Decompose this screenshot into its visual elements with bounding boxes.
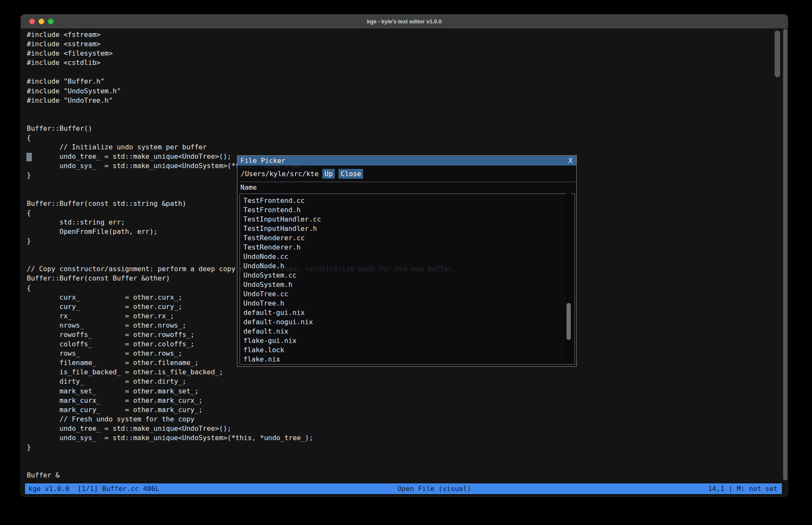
file-list[interactable]: TestFrontend.ccTestFrontend.hTestInputHa… — [240, 194, 575, 365]
path-row: /Users/kyle/src/kte Up Close — [237, 166, 576, 182]
name-column-header: Name — [240, 183, 257, 192]
up-button[interactable]: Up — [322, 169, 335, 179]
file-list-item[interactable]: TestRenderer.h — [240, 243, 575, 252]
file-list-item[interactable]: UndoSystem.cc — [240, 271, 575, 280]
close-traffic-light-icon[interactable] — [29, 19, 35, 24]
maximize-traffic-light-icon[interactable] — [48, 19, 54, 24]
status-cursor-mark: 14,1 | M: not set — [708, 483, 778, 494]
current-path: /Users/kyle/src/kte — [241, 170, 319, 178]
file-list-item[interactable]: UndoSystem.h — [240, 280, 575, 289]
file-list-item[interactable]: default.nix — [240, 327, 575, 336]
window-title: kge - kyle's text editor v1.0.0 — [21, 18, 788, 25]
file-list-item[interactable]: default-gui.nix — [240, 308, 575, 317]
editor-scrollbar-thumb[interactable] — [775, 31, 780, 77]
file-list-item[interactable]: TestFrontend.cc — [240, 196, 575, 205]
file-picker-title: File Picker — [240, 157, 285, 165]
status-file-info: kge v1.0.0 [1/1] Buffer.cc 486L — [28, 483, 159, 494]
desktop: kge - kyle's text editor v1.0.0 #include… — [0, 0, 812, 525]
file-picker-titlebar: File Picker X — [237, 156, 576, 166]
status-bar: kge v1.0.0 [1/1] Buffer.cc 486L Open Fil… — [25, 483, 782, 494]
file-list-item[interactable]: default-nogui.nix — [240, 317, 575, 327]
file-list-item[interactable]: UndoTree.cc — [240, 289, 575, 299]
file-list-item[interactable]: UndoTree.h — [240, 299, 575, 308]
file-picker-dialog: File Picker X /Users/kyle/src/kte Up Clo… — [237, 155, 577, 367]
file-list-item[interactable]: flake.lock — [240, 345, 575, 355]
window-scrollbar-thumb[interactable] — [783, 29, 787, 480]
minimize-traffic-light-icon[interactable] — [39, 19, 44, 24]
file-list-item[interactable]: TestInputHandler.cc — [240, 215, 575, 224]
file-list-item[interactable]: TestInputHandler.h — [240, 224, 575, 233]
file-list-item[interactable]: UndoNode.h — [240, 261, 575, 271]
file-list-item[interactable]: flake-gui.nix — [240, 336, 575, 345]
close-icon[interactable]: X — [568, 156, 572, 166]
status-mode: Open File (visual) — [398, 483, 471, 494]
file-list-item[interactable]: TestFrontend.h — [240, 205, 575, 215]
file-list-item[interactable]: flake.nix — [240, 355, 575, 364]
text-cursor — [26, 153, 32, 161]
file-list-item[interactable]: UndoNode.cc — [240, 252, 575, 261]
traffic-lights — [29, 14, 54, 28]
close-button[interactable]: Close — [338, 169, 363, 179]
separator — [239, 182, 575, 182]
window-titlebar[interactable]: kge - kyle's text editor v1.0.0 — [21, 14, 788, 28]
file-list-item[interactable]: TestRenderer.cc — [240, 233, 575, 243]
